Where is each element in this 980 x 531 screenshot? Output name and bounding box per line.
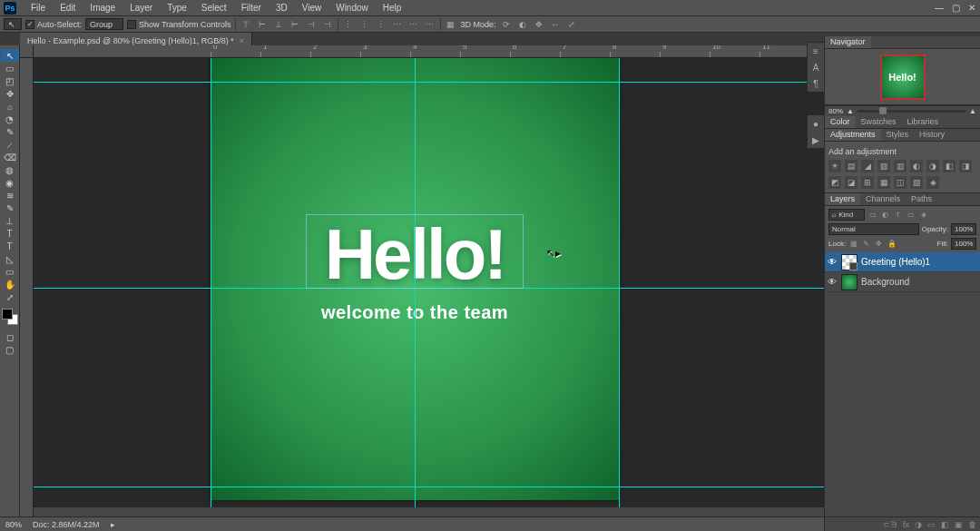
align-hcenter-icon[interactable]: ⊣ xyxy=(305,18,318,31)
visibility-icon[interactable]: 👁 xyxy=(827,257,838,267)
ruler-vertical[interactable] xyxy=(20,58,34,516)
gradient-tool[interactable]: ≋ xyxy=(1,189,19,202)
menu-image[interactable]: Image xyxy=(83,1,122,15)
layer-mask-icon[interactable]: ◑ xyxy=(915,520,922,529)
layer-thumbnail[interactable] xyxy=(841,274,858,290)
screenmode-icon[interactable]: ▢ xyxy=(1,343,19,356)
slider-thumb[interactable] xyxy=(879,107,887,114)
path-select-tool[interactable]: ◺ xyxy=(1,252,19,265)
menu-3d[interactable]: 3D xyxy=(269,1,295,15)
levels-icon[interactable]: ▤ xyxy=(845,160,858,172)
history-brush-tool[interactable]: ◍ xyxy=(1,163,19,176)
quick-select-tool[interactable]: ✥ xyxy=(1,87,19,100)
filter-shape-icon[interactable]: ▭ xyxy=(906,210,916,220)
zoom-out-icon[interactable]: ▲ xyxy=(847,107,854,115)
align-bottom-icon[interactable]: ⊥ xyxy=(272,18,285,31)
link-layers-icon[interactable]: ⊂∋ xyxy=(883,520,897,529)
tab-color[interactable]: Color xyxy=(825,116,856,128)
menu-select[interactable]: Select xyxy=(194,1,234,15)
ruler-horizontal[interactable]: 0 1 2 3 4 5 6 7 8 9 10 11 12 xyxy=(34,45,824,58)
guide-vertical[interactable] xyxy=(619,58,620,516)
color-lookup-icon[interactable]: ◪ xyxy=(845,176,858,189)
marquee-tool[interactable]: ▭ xyxy=(1,62,19,74)
layer-filter-kind[interactable]: ⌕ Kind xyxy=(828,209,865,221)
hand-tool[interactable]: ✋ xyxy=(1,278,19,290)
tab-swatches[interactable]: Swatches xyxy=(856,116,902,128)
tab-history[interactable]: History xyxy=(914,129,950,141)
menu-window[interactable]: Window xyxy=(328,1,376,15)
vibrance-icon[interactable]: ▥ xyxy=(894,160,906,172)
distribute-top-icon[interactable]: ⋮ xyxy=(342,18,355,31)
lock-transparent-icon[interactable]: ▦ xyxy=(848,239,858,249)
layer-fx-icon[interactable]: fx xyxy=(903,520,909,529)
blur-tool[interactable]: ✎ xyxy=(1,202,19,214)
distribute-right-icon[interactable]: ⋯ xyxy=(424,18,436,31)
zoom-tool[interactable]: ⤢ xyxy=(1,290,19,303)
status-chevron-icon[interactable]: ▸ xyxy=(111,520,115,529)
distribute-bottom-icon[interactable]: ⋮ xyxy=(375,18,387,31)
close-tab-icon[interactable]: × xyxy=(240,36,244,45)
status-doc-size[interactable]: Doc: 2.86M/4.22M xyxy=(33,520,100,529)
invert-icon[interactable]: ⊞ xyxy=(861,176,874,189)
tab-paths[interactable]: Paths xyxy=(906,193,937,205)
align-vcenter-icon[interactable]: ⊢ xyxy=(256,18,269,31)
new-adjustment-icon[interactable]: ▭ xyxy=(927,520,936,529)
auto-select-checkbox[interactable]: Auto-Select: xyxy=(25,20,82,29)
guide-horizontal[interactable] xyxy=(34,82,824,83)
layer-thumbnail[interactable] xyxy=(841,254,858,270)
lock-pixels-icon[interactable]: ✎ xyxy=(861,239,871,249)
tab-libraries[interactable]: Libraries xyxy=(902,116,945,128)
brightness-icon[interactable]: ☀ xyxy=(828,160,841,172)
new-group-icon[interactable]: ◧ xyxy=(941,520,949,529)
menu-help[interactable]: Help xyxy=(376,1,409,15)
menu-file[interactable]: File xyxy=(24,1,53,15)
posterize-icon[interactable]: ▦ xyxy=(877,176,890,189)
quickmask-icon[interactable]: ◻ xyxy=(1,330,19,343)
color-balance-icon[interactable]: ◑ xyxy=(926,160,939,172)
zoom-in-icon[interactable]: ▲ xyxy=(969,107,976,115)
foreground-color[interactable] xyxy=(2,309,13,320)
align-left-icon[interactable]: ⊢ xyxy=(289,18,301,31)
3d-pan-icon[interactable]: ✥ xyxy=(533,18,545,31)
menu-view[interactable]: View xyxy=(295,1,329,15)
distribute-vcenter-icon[interactable]: ⋮ xyxy=(358,18,371,31)
lock-position-icon[interactable]: ✥ xyxy=(874,239,884,249)
character-icon[interactable]: A xyxy=(808,59,824,75)
navigator-thumbnail[interactable]: Hello! xyxy=(880,54,926,100)
close-button[interactable]: ✕ xyxy=(964,2,980,15)
paragraph-icon[interactable]: ¶ xyxy=(808,75,824,92)
curves-icon[interactable]: ◢ xyxy=(861,160,874,172)
bw-icon[interactable]: ◧ xyxy=(943,160,956,172)
tab-layers[interactable]: Layers xyxy=(825,193,860,205)
filter-smart-icon[interactable]: ◈ xyxy=(918,210,928,220)
tab-navigator[interactable]: Navigator xyxy=(825,36,871,48)
guide-horizontal[interactable] xyxy=(34,487,824,487)
dodge-tool[interactable]: ⊥ xyxy=(1,214,19,227)
align-top-icon[interactable]: ⊤ xyxy=(240,18,252,31)
color-swatches[interactable] xyxy=(2,309,18,325)
guide-vertical[interactable] xyxy=(211,58,211,516)
photo-filter-icon[interactable]: ◨ xyxy=(959,160,972,172)
stamp-tool[interactable]: ⌫ xyxy=(1,151,19,163)
auto-select-mode[interactable]: Group xyxy=(85,18,123,30)
lock-all-icon[interactable]: 🔒 xyxy=(887,239,897,249)
3d-slide-icon[interactable]: ↔ xyxy=(549,18,562,31)
pen-tool[interactable]: T xyxy=(1,227,19,240)
eyedropper-tool[interactable]: ◔ xyxy=(1,113,19,125)
delete-layer-icon[interactable]: 🗑 xyxy=(968,520,976,529)
type-tool[interactable]: T xyxy=(1,240,19,252)
selective-color-icon[interactable]: ◈ xyxy=(926,176,939,189)
exposure-icon[interactable]: ▨ xyxy=(877,160,890,172)
layer-row[interactable]: 👁 Greeting (Hello)1 xyxy=(825,252,980,272)
3d-orbit-icon[interactable]: ⟳ xyxy=(500,18,513,31)
threshold-icon[interactable]: ◫ xyxy=(894,176,906,189)
new-layer-icon[interactable]: ▣ xyxy=(955,520,963,529)
status-zoom[interactable]: 80% xyxy=(5,520,22,529)
blend-mode[interactable]: Normal xyxy=(828,223,919,235)
crop-tool[interactable]: ⌕ xyxy=(1,100,19,113)
show-transform-checkbox[interactable]: Show Transform Controls xyxy=(127,20,231,29)
gradient-map-icon[interactable]: ▧ xyxy=(910,176,923,189)
opacity-value[interactable]: 100% xyxy=(951,223,976,235)
filter-pixel-icon[interactable]: ▭ xyxy=(867,210,877,220)
align-right-icon[interactable]: ⊣ xyxy=(321,18,334,31)
